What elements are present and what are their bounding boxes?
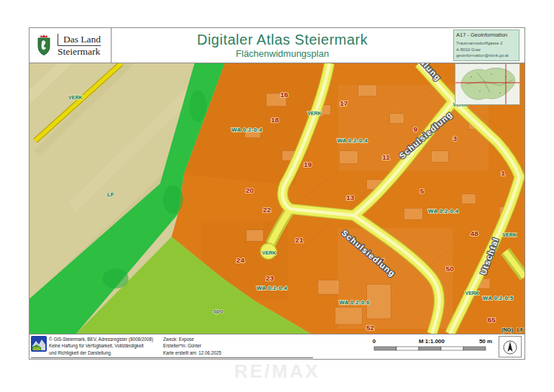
creator-line: Ersteller*in: Günter bbox=[163, 342, 222, 349]
map-area: 16171893191112013522482124235075265WA 0.… bbox=[29, 63, 525, 334]
geo-info-box: A17 - Geoinformation Trautmannsdorffgass… bbox=[453, 29, 519, 61]
zoning-map: 16171893191112013522482124235075265WA 0.… bbox=[29, 63, 525, 334]
logo-line2: Steiermark bbox=[58, 45, 101, 58]
scale-segments bbox=[374, 347, 486, 350]
map-label-num: 3 bbox=[453, 135, 458, 142]
info-city: A-8010 Graz bbox=[456, 47, 517, 53]
page-frame: Das Land Steiermark Digitaler Atlas Stei… bbox=[29, 27, 525, 360]
scale-max: 50 m bbox=[479, 338, 492, 345]
copyright-lines: © GIS-Steiermark, BEV, Adressregister (8… bbox=[49, 336, 153, 356]
logo-text: Das Land Steiermark bbox=[58, 34, 101, 57]
map-label-num: 22 bbox=[263, 206, 271, 214]
map-label-teal: LF bbox=[107, 191, 114, 198]
info-slot: A17 - Geoinformation Trautmannsdorffgass… bbox=[453, 28, 525, 63]
page-subtitle: Flächenwidmungsplan bbox=[112, 48, 453, 59]
map-label-num: 48 bbox=[471, 229, 479, 237]
purpose-block: Zweck: Expose Ersteller*in: Günter Karte… bbox=[163, 336, 222, 356]
created-line: Karte erstellt am: 12.06.2025 bbox=[163, 350, 222, 356]
map-label-wa: WA 0.2-0.4 bbox=[232, 127, 263, 133]
map-label-wa: WA 0.2-0.4 bbox=[337, 137, 368, 144]
map-label-num: 11 bbox=[382, 153, 390, 161]
header: Das Land Steiermark Digitaler Atlas Stei… bbox=[29, 28, 525, 63]
map-label-num: 13 bbox=[346, 193, 355, 201]
map-label-wa: WA 0.2-0.4 bbox=[428, 208, 459, 214]
copyright-line1: © GIS-Steiermark, BEV, Adressregister (8… bbox=[49, 336, 153, 342]
map-label-spo: spo bbox=[213, 308, 223, 314]
map-label-wa: WA 0.2-0.5 bbox=[483, 295, 514, 301]
map-label-verk: VERK bbox=[68, 95, 82, 100]
copyright-line2: Keine Haftung für Verfügbarkeit, Vollstä… bbox=[49, 342, 153, 349]
map-label-num: 19 bbox=[304, 160, 312, 168]
map-label-num: 18 bbox=[271, 116, 279, 124]
map-label-verk: VERK bbox=[262, 250, 276, 255]
map-label-num: 20 bbox=[246, 186, 255, 194]
map-label-verk: VERK bbox=[466, 291, 479, 296]
map-label-wa: WA 0.2-0.6 bbox=[339, 299, 370, 306]
map-label-num: 5 bbox=[420, 187, 424, 195]
watermark: RE/MAX bbox=[0, 360, 554, 383]
styria-overview-svg bbox=[455, 64, 519, 104]
page: Das Land Steiermark Digitaler Atlas Stei… bbox=[0, 0, 554, 392]
info-department: A17 - Geoinformation bbox=[456, 32, 517, 40]
map-label-num: 16 bbox=[280, 91, 289, 99]
footer-table: GIS © GIS-Steiermark, BEV, Adressregiste… bbox=[31, 336, 313, 358]
purpose-line: Zweck: Expose bbox=[163, 336, 222, 342]
map-label-num: 24 bbox=[237, 256, 245, 264]
map-label-num: 52 bbox=[366, 324, 375, 332]
gis-logo-text: GIS bbox=[33, 347, 40, 351]
map-label-num: 50 bbox=[446, 265, 455, 273]
page-title: Digitaler Atlas Steiermark bbox=[112, 32, 453, 48]
inset-overview-map bbox=[455, 63, 520, 105]
scale-zero: 0 bbox=[373, 338, 376, 345]
title-box: Digitaler Atlas Steiermark Flächenwidmun… bbox=[112, 28, 453, 63]
map-label-verk: VERK bbox=[502, 232, 516, 237]
north-arrow-icon bbox=[502, 337, 518, 356]
map-label-num: 23 bbox=[265, 274, 274, 282]
info-url: https://gis.stmk.gv.at bbox=[456, 59, 517, 61]
info-street: Trautmannsdorffgasse 2 bbox=[456, 40, 517, 47]
gis-logo-icon: GIS bbox=[31, 336, 47, 352]
copyright-line3: und Richtigkeit der Darstellung. bbox=[49, 350, 153, 356]
map-label-num: 21 bbox=[295, 236, 304, 244]
land-steiermark-logo: Das Land Steiermark bbox=[29, 28, 112, 63]
map-label-num: 17 bbox=[340, 99, 348, 107]
logo-line1: Das Land bbox=[58, 34, 101, 45]
map-label-verk: VERK bbox=[307, 111, 321, 116]
map-label-wa: WA 0.2-0.4 bbox=[257, 285, 288, 291]
scale-bar-svg: 0 M 1:1.000 50 m bbox=[368, 336, 494, 356]
panther-shield-icon bbox=[35, 34, 53, 57]
map-label-dark: (NG) bbox=[501, 327, 514, 333]
footer: GIS © GIS-Steiermark, BEV, Adressregiste… bbox=[29, 334, 525, 359]
map-label-num: 65 bbox=[488, 316, 496, 324]
copyright-block: GIS © GIS-Steiermark, BEV, Adressregiste… bbox=[31, 336, 153, 356]
info-email: geoinformation@stmk.gv.at bbox=[456, 53, 517, 59]
map-label-num: 1 bbox=[501, 169, 505, 177]
map-label-num: 9 bbox=[414, 125, 418, 133]
map-label-dark: LF bbox=[517, 327, 524, 333]
scale-bar: 0 M 1:1.000 50 m bbox=[368, 336, 494, 357]
scale-ratio: M 1:1.000 bbox=[419, 338, 445, 345]
north-arrow-box bbox=[499, 336, 522, 357]
